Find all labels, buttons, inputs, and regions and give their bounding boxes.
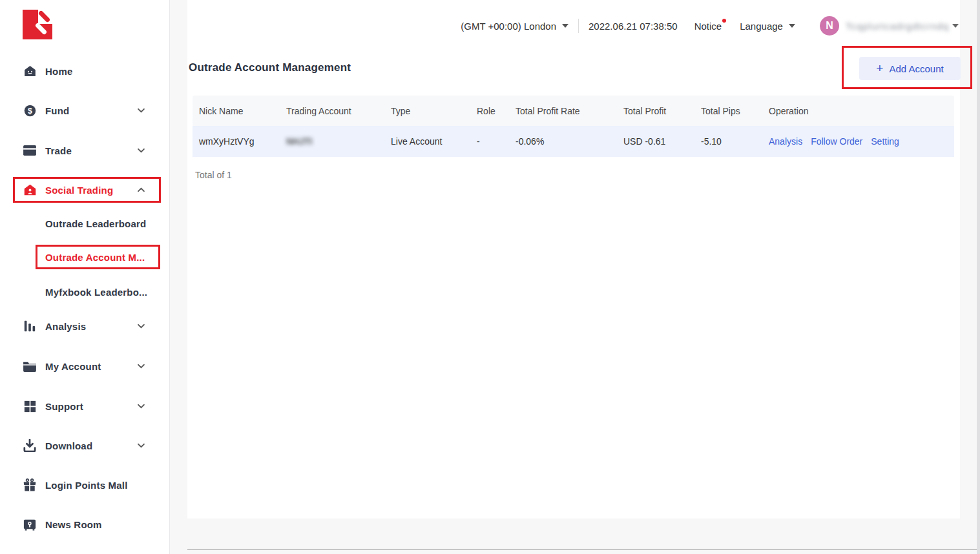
- notice-link[interactable]: Notice: [694, 21, 722, 32]
- download-icon: [22, 438, 37, 453]
- chevron-down-icon: [137, 108, 146, 113]
- chevron-down-icon: [562, 24, 568, 28]
- cell-nick-name: wmXyHztVYg: [193, 136, 280, 147]
- table-header-row: Nick Name Trading Account Type Role Tota…: [193, 96, 954, 126]
- sidebar-item-label: Outrade Account M...: [45, 252, 162, 263]
- cell-operations: Analysis Follow Order Setting: [762, 136, 954, 147]
- cell-total-profit-rate: -0.06%: [509, 136, 617, 147]
- sidebar-item-outrade-account-management[interactable]: Outrade Account M...: [45, 244, 162, 270]
- sidebar-item-label: Fund: [45, 105, 137, 116]
- sidebar-item-label: Support: [45, 401, 137, 412]
- chevron-up-icon: [137, 187, 146, 192]
- page-title: Outrade Account Management: [189, 61, 351, 74]
- col-header-trading-account: Trading Account: [280, 106, 384, 116]
- chevron-down-icon: [137, 323, 146, 329]
- col-header-nick-name: Nick Name: [193, 106, 280, 116]
- cell-trading-account-blurred: NHJTI: [286, 136, 312, 147]
- username-blurred: Tcqplurtcadrgdtcrndq: [846, 21, 949, 32]
- chevron-down-icon: [137, 404, 146, 409]
- language-selector[interactable]: Language: [740, 21, 795, 32]
- sidebar-item-home[interactable]: Home: [22, 58, 146, 84]
- sidebar: Home $ Fund Trade Social Trading Outrade…: [0, 0, 170, 554]
- bar-chart-icon: [22, 319, 37, 333]
- sidebar-item-label: Social Trading: [45, 185, 137, 196]
- follow-order-link[interactable]: Follow Order: [811, 136, 862, 147]
- social-trading-house-icon: [22, 183, 37, 197]
- notice-label: Notice: [694, 21, 722, 32]
- col-header-role: Role: [470, 106, 509, 116]
- col-header-total-profit: Total Profit: [617, 106, 694, 116]
- sidebar-item-label: Home: [45, 66, 146, 77]
- plus-icon: +: [876, 62, 883, 74]
- wallet-icon: [22, 143, 37, 158]
- analysis-link[interactable]: Analysis: [769, 136, 802, 147]
- main-content: (GMT +00:00) London 2022.06.21 07:38:50 …: [187, 0, 960, 518]
- folder-icon: [22, 359, 37, 373]
- col-header-type: Type: [384, 106, 470, 116]
- sidebar-item-social-trading[interactable]: Social Trading: [22, 177, 146, 203]
- sidebar-item-label: Download: [45, 440, 137, 451]
- gift-icon: [22, 478, 37, 492]
- total-count-text: Total of 1: [195, 170, 232, 180]
- grid-icon: [22, 399, 37, 413]
- chevron-down-icon: [137, 443, 146, 448]
- col-header-total-profit-rate: Total Profit Rate: [509, 106, 617, 116]
- sidebar-item-label: Analysis: [45, 321, 137, 332]
- sidebar-item-login-points-mall[interactable]: Login Points Mall: [22, 472, 146, 498]
- avatar: N: [820, 16, 839, 36]
- add-account-label: Add Account: [889, 63, 943, 74]
- divider: [578, 19, 579, 33]
- sidebar-item-analysis[interactable]: Analysis: [22, 313, 146, 339]
- timezone-label: (GMT +00:00) London: [461, 21, 556, 32]
- sidebar-item-label: News Room: [45, 519, 146, 530]
- user-menu[interactable]: N Tcqplurtcadrgdtcrndq: [820, 16, 959, 36]
- cell-type: Live Account: [384, 136, 470, 147]
- sidebar-item-label: My Account: [45, 361, 137, 372]
- cell-total-pips: -5.10: [694, 136, 762, 147]
- sidebar-item-label: Trade: [45, 145, 137, 156]
- brand-logo[interactable]: [23, 10, 52, 39]
- sidebar-item-my-account[interactable]: My Account: [22, 353, 146, 379]
- sidebar-item-download[interactable]: Download: [22, 433, 146, 458]
- sidebar-item-outrade-leaderboard[interactable]: Outrade Leaderboard: [45, 210, 162, 236]
- cell-role: -: [470, 136, 509, 147]
- sidebar-item-trade[interactable]: Trade: [22, 138, 146, 163]
- sidebar-item-label: Myfxbook Leaderbo...: [45, 287, 162, 298]
- accounts-table: Nick Name Trading Account Type Role Tota…: [193, 96, 954, 157]
- logo-white-stroke-icon: [35, 23, 48, 36]
- language-label: Language: [740, 21, 783, 32]
- news-room-icon: [22, 517, 37, 531]
- sidebar-item-support[interactable]: Support: [22, 393, 146, 419]
- sidebar-item-news-room[interactable]: News Room: [22, 511, 146, 537]
- notification-dot: [722, 19, 726, 23]
- add-account-button[interactable]: + Add Account: [859, 57, 961, 80]
- chevron-down-icon: [952, 24, 959, 28]
- sidebar-item-myfxbook-leaderboard[interactable]: Myfxbook Leaderbo...: [45, 279, 162, 305]
- table-row: wmXyHztVYg NHJTI Live Account - -0.06% U…: [193, 126, 954, 157]
- chevron-down-icon: [137, 148, 146, 153]
- sidebar-item-fund[interactable]: $ Fund: [22, 97, 146, 123]
- bottom-divider: [187, 549, 980, 550]
- col-header-operation: Operation: [762, 106, 954, 116]
- chevron-down-icon: [137, 364, 146, 369]
- scrollbar[interactable]: [977, 0, 980, 554]
- sidebar-item-label: Login Points Mall: [45, 480, 146, 491]
- sidebar-item-label: Outrade Leaderboard: [45, 218, 162, 229]
- dollar-circle-icon: $: [22, 103, 37, 118]
- topbar: (GMT +00:00) London 2022.06.21 07:38:50 …: [187, 8, 959, 44]
- svg-text:$: $: [28, 106, 32, 115]
- setting-link[interactable]: Setting: [871, 136, 899, 147]
- col-header-total-pips: Total Pips: [694, 106, 762, 116]
- datetime-text: 2022.06.21 07:38:50: [589, 21, 678, 32]
- timezone-selector[interactable]: (GMT +00:00) London: [461, 21, 568, 32]
- cell-total-profit: USD -0.61: [617, 136, 694, 147]
- chevron-down-icon: [789, 24, 795, 28]
- home-icon: [22, 64, 37, 78]
